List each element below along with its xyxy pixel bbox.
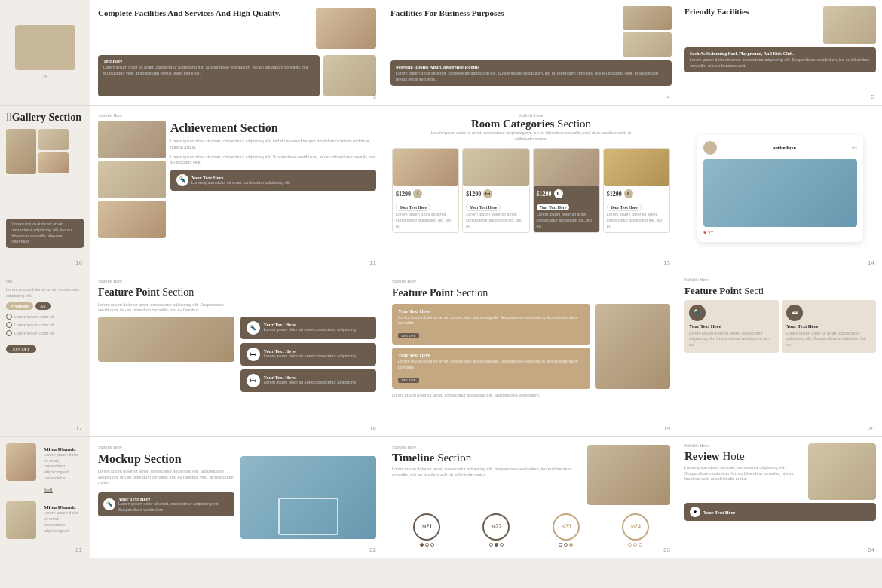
slide-5: Friendly Facilities Such As Swimming Poo… <box>678 0 882 106</box>
slide-4-img1 <box>623 6 672 30</box>
instagram-avatar <box>703 141 717 155</box>
slide-18-desc: Lorem ipsum dolor sit amet, consectetur … <box>98 302 234 314</box>
slide-22-card: 🔦 Your Text Here Lorem ipsum dolor sit a… <box>98 492 234 516</box>
slide-11-img3 <box>98 201 166 238</box>
slide-24: Subtitle Here Review Hote Lorem ipsum do… <box>678 437 882 558</box>
feature-card-1: Your Text Here Lorem ipsum dolor sit ame… <box>392 304 590 345</box>
slide-18: Subtitle Here Feature Point Section Lore… <box>90 271 384 437</box>
feature-card-3b: 🛏 Your Text Here Lorem ipsum dolor sit a… <box>782 300 876 353</box>
room-card-1-price: $1200 <box>396 191 411 198</box>
slide-13-title: Room Categories Section <box>392 118 670 130</box>
slide-22: Subtitle Here Mockup Section Lorem ipsum… <box>90 437 384 558</box>
feature-item-2: 🛏 Your Text Here Lorem ipsum dolor sit a… <box>240 343 377 366</box>
room-card-3-img <box>534 149 599 186</box>
instagram-likes: ♥ 27 <box>703 230 857 236</box>
slide-3: Complete Facilities And Services And Hig… <box>90 0 384 106</box>
slide-11-icon: 🔦 <box>176 174 188 186</box>
slide-4-lorem: Lorem ipsum dolor sit amet, consectetur … <box>396 71 666 82</box>
room-card-2: $1200 🛏 Your Text Here Lorem ipsum dolor… <box>462 148 529 233</box>
slide-16-partial: 16 <box>0 0 90 106</box>
room-card-2-label: Your Text Here <box>466 204 501 211</box>
feature-item-1: 🔦 Your Text Here Lorem ipsum dolor sit a… <box>240 317 377 339</box>
room-card-1: $1200 ↑ Your Text Here Lorem ipsum dolor… <box>392 148 459 233</box>
staff-2-name: Milea Dhanda <box>44 504 80 510</box>
slide-11-img2 <box>98 161 166 198</box>
slide-24-num: 24 <box>868 547 874 553</box>
slide-5-num: 5 <box>871 93 874 100</box>
room-card-4: $1200 S Your Text Here Lorem ipsum dolor… <box>603 148 670 233</box>
slide-14-num: 14 <box>868 259 874 266</box>
slide-21-num: 21 <box>75 547 82 553</box>
slide-3-card-title: Text Here <box>103 59 314 63</box>
slide-img-placeholder <box>15 25 75 70</box>
slide-4: Facilities For Business Purposes Meeting… <box>384 0 678 106</box>
feature-card-2: Your Text Here Lorem ipsum dolor sit ame… <box>392 348 590 388</box>
slide-4-num: 4 <box>667 93 670 100</box>
instagram-image <box>703 159 857 227</box>
feature-card-3a: 🔦 Your Text Here Lorem ipsum dolor sit a… <box>684 300 779 353</box>
slide-5-title: Friendly Facilities <box>684 6 819 17</box>
staff-2-photo <box>6 501 36 539</box>
gallery-num: 10 <box>75 259 82 266</box>
staff-2-lorem: Lorem ipsum dolor sit amet, consectetur … <box>44 510 80 534</box>
instagram-mockup: petite.luxe ••• ♥ 27 <box>697 135 863 242</box>
slide-24-subtitle: Subtitle Here <box>684 443 804 448</box>
timeline-2021: 2021 <box>413 513 440 547</box>
slide-24-img <box>808 443 876 500</box>
slide-4-title: Facilities For Business Purposes <box>390 8 619 18</box>
slide-24-title: Review Hote <box>684 450 804 463</box>
slide-23-desc: Lorem ipsum dolor sit amet, consectetur … <box>392 467 581 478</box>
slide-19-img <box>595 304 670 389</box>
slide-3-num: 3 <box>373 93 376 100</box>
slide-3-card-lorem: Lorem ipsum dolor sit amet, consectetur … <box>103 65 314 76</box>
slide-num: 16 <box>42 75 47 81</box>
gallery-img2 <box>38 129 69 150</box>
all-tag: All <box>35 302 51 310</box>
gallery-img1 <box>6 129 36 174</box>
slide-11-lorem: Lorem ipsum dolor sit amet, consectetur … <box>170 139 376 150</box>
discount-tag: 30% OFF <box>6 345 36 353</box>
slide-23: Subtitle Here Timeline Section Lorem ips… <box>384 437 678 558</box>
slide-13-num: 13 <box>663 259 670 266</box>
slide-3-title: Complete Facilities And Services And Hig… <box>98 8 311 18</box>
room-card-1-img <box>393 149 458 186</box>
slide-13-desc: Lorem ipsum dolor sit amet, consectetur … <box>426 130 637 142</box>
slide-17-num: 17 <box>75 425 82 432</box>
slide-11-num: 11 <box>369 259 376 266</box>
staff-1-role: Staff <box>44 488 53 493</box>
slide-11-card: 🔦 Your Text Here Lorem ipsum dolor sit a… <box>170 170 376 191</box>
slide-11-lorem2: Lorem ipsum dolor sit amet, consectetur … <box>170 155 376 166</box>
gallery-img3 <box>38 152 69 173</box>
slide-5-lorem: Lorem ipsum dolor sit amet, consectetur … <box>690 57 871 69</box>
slide-11-subtitle: Subtitle Here <box>98 113 376 118</box>
slide-5-img <box>823 6 876 44</box>
slide-23-title: Timeline Section <box>392 452 581 464</box>
room-card-1-label: Your Text Here <box>396 204 430 211</box>
room-card-3-label: Your Text Here <box>537 204 570 210</box>
feature-item-3: 🛏 Your Text Here Lorem ipsum dolor sit a… <box>240 369 377 392</box>
slide-21: Milea Dhanda Lorem ipsum dolor sit amet,… <box>0 437 90 558</box>
slide-20-subtitle: Subtitle Here <box>684 277 876 282</box>
staff-2: Milea Dhanda Lorem ipsum dolor sit amet,… <box>6 501 84 539</box>
slide-3-text-card: Text Here Lorem ipsum dolor sit amet, co… <box>98 55 320 96</box>
slide-19-desc: Lorem ipsum dolor sit amet, consectetur … <box>392 393 670 399</box>
slide-13: Subtitle Here Room Categories Section Lo… <box>384 106 678 271</box>
instagram-user: petite.luxe <box>773 145 796 151</box>
slide-11-title: Achievement Section <box>170 121 376 135</box>
room-card-2-img <box>463 149 528 186</box>
slide-3-img-bottom <box>323 55 376 96</box>
slide-4-subtitle: Meeting Rooms And Conference Rooms <box>396 64 666 69</box>
slide-18-img <box>98 317 234 362</box>
slide-20-num: 20 <box>868 425 874 432</box>
slide-18-subtitle: Subtitle Here <box>98 279 234 283</box>
slide-14: petite.luxe ••• ♥ 27 14 <box>678 106 882 271</box>
slide-11-img1 <box>98 121 166 158</box>
staff-1-photo <box>6 443 36 481</box>
room-card-4-label: Your Text Here <box>607 204 642 211</box>
room-card-3-price: $1200 <box>537 191 552 198</box>
slide-20: Subtitle Here Feature Point Secti 🔦 Your… <box>678 271 882 437</box>
slide-23-subtitle: Subtitle Here <box>392 445 581 449</box>
slide-19-title: Feature Point Section <box>392 287 670 300</box>
room-card-3: $1200 B Your Text Here Lorem ipsum dolor… <box>533 148 600 233</box>
slide-24-card: ★ Your Text Here <box>684 503 876 521</box>
